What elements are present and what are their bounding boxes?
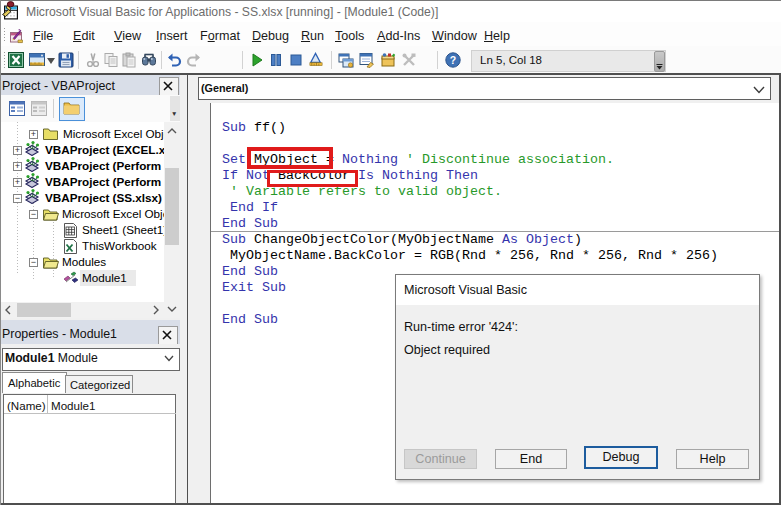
svg-text:?: ? xyxy=(450,54,456,66)
